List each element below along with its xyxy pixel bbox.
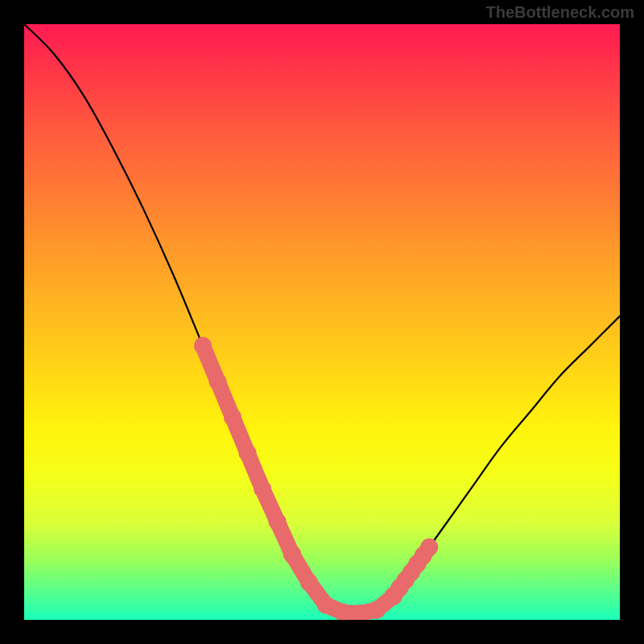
chart-container: TheBottleneck.com: [0, 0, 644, 644]
chart-svg: [24, 24, 620, 620]
watermark-text: TheBottleneck.com: [486, 3, 634, 22]
svg-point-38: [420, 539, 438, 556]
highlighted-markers: [194, 337, 438, 620]
bottleneck-curve: [24, 24, 620, 614]
